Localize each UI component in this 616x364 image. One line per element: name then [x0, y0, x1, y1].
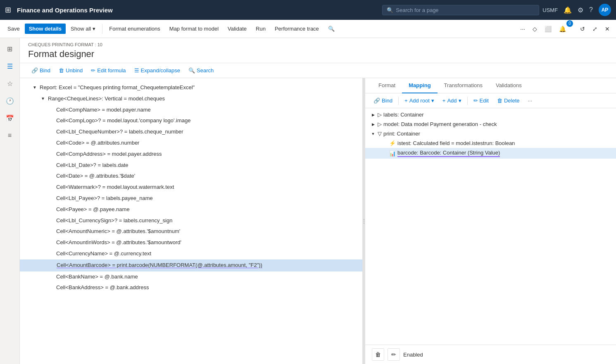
mapping-bind-button[interactable]: 🔗 Bind	[370, 96, 396, 105]
tree-expand-icon	[48, 118, 55, 124]
sidebar-star-icon[interactable]: ☆	[2, 76, 17, 91]
bind-button[interactable]: 🔗 Bind	[28, 66, 54, 75]
show-details-button[interactable]: Show details	[25, 24, 66, 34]
app-grid-icon[interactable]: ⊞	[5, 5, 11, 14]
tree-item[interactable]: Cell<AmountNumeric> = @.attributes.'$amo…	[20, 226, 362, 237]
map-tree-item-selected[interactable]: 📊 barcode: Barcode: Container (String Va…	[365, 148, 616, 159]
tab-validations[interactable]: Validations	[489, 78, 528, 93]
tree-item[interactable]: Cell<CompName> = model.payer.name	[20, 105, 362, 116]
map-tree-item[interactable]: ⚡ istest: Calculated field = model.istes…	[365, 138, 616, 148]
tree-item[interactable]: Cell<CompLogo>? = model.layout.'company …	[20, 115, 362, 126]
global-search-input[interactable]	[396, 7, 535, 13]
tree-item[interactable]: Cell<Code> = @.attributes.number	[20, 138, 362, 149]
mapping-add-root-button[interactable]: + Add root ▾	[401, 96, 438, 105]
validate-button[interactable]: Validate	[224, 24, 251, 34]
mapping-toolbar: 🔗 Bind + Add root ▾ + Add ▾	[365, 93, 616, 108]
tree-item[interactable]: ▼ Report: Excel = "Cheques printing form…	[20, 82, 362, 93]
tree-item-label: Cell<CompLogo>? = model.layout.'company …	[56, 117, 190, 125]
footer-delete-button[interactable]: 🗑	[372, 348, 384, 361]
page-header: CHEQUES PRINTING FORMAT : 10 Format desi…	[20, 38, 616, 63]
unbind-icon: 🗑	[59, 67, 64, 74]
help-icon[interactable]: ?	[589, 6, 593, 14]
tree-item[interactable]: Cell<CompAddress> = model.payer.address	[20, 149, 362, 160]
tree-item[interactable]: Cell<Date> = @.attributes.'$date'	[20, 171, 362, 182]
bind-icon: 🔗	[31, 67, 38, 74]
tree-item[interactable]: Cell<Lbl_CurrencySign>? = labels.currenc…	[20, 215, 362, 226]
mapping-add-button[interactable]: + Add ▾	[439, 96, 465, 105]
tab-transformations[interactable]: Transformations	[438, 78, 489, 93]
mapping-more-button[interactable]: ···	[525, 96, 536, 105]
global-search-bar[interactable]: 🔍	[382, 5, 539, 15]
delete-icon: 🗑	[497, 98, 502, 104]
map-expand-icon[interactable]: ▶	[370, 112, 376, 118]
sidebar-list-icon[interactable]: ≡	[2, 128, 17, 143]
tree-expand-icon	[48, 206, 55, 213]
map-tree-item[interactable]: ▶ ▷ model: Data model Payment generation…	[365, 119, 616, 129]
add-icon: +	[442, 98, 446, 104]
tree-item[interactable]: Cell<Watermark>? = model.layout.watermar…	[20, 182, 362, 193]
settings-icon[interactable]: ⚙	[578, 6, 583, 14]
footer-edit-button[interactable]: ✏	[388, 348, 400, 361]
container-icon: ▷	[378, 112, 382, 118]
notification-icon[interactable]: 🔔	[564, 6, 572, 14]
map-expand-icon[interactable]: ▶	[370, 121, 376, 127]
plus-icon: +	[404, 98, 408, 104]
tab-format[interactable]: Format	[372, 78, 402, 93]
breadcrumb: CHEQUES PRINTING FORMAT : 10	[28, 42, 608, 47]
page-title: Format designer	[28, 49, 608, 59]
tree-expand-icon	[48, 217, 55, 224]
user-region-label: USMF	[542, 7, 558, 13]
unbind-button[interactable]: 🗑 Unbind	[55, 66, 86, 75]
save-button[interactable]: Save	[3, 24, 24, 34]
tree-item-label: Cell<CompName> = model.payer.name	[56, 106, 151, 114]
sidebar-calendar-icon[interactable]: 📅	[2, 111, 17, 126]
mapping-edit-button[interactable]: ✏ Edit	[470, 96, 492, 105]
tree-item[interactable]: Cell<Lbl_Payee>? = labels.payee_name	[20, 193, 362, 204]
map-expand-icon[interactable]: ▼	[370, 131, 376, 137]
search-command-button[interactable]: 🔍	[324, 24, 339, 34]
sidebar-clock-icon[interactable]: 🕐	[2, 93, 17, 108]
map-tree-item[interactable]: ▼ ▽ print: Container	[365, 129, 616, 138]
tree-item-selected[interactable]: Cell<AmountBarcode> = print.barcode(NUMB…	[20, 259, 362, 271]
format-enumerations-button[interactable]: Format enumerations	[105, 24, 164, 34]
mapping-delete-button[interactable]: 🗑 Delete	[494, 96, 523, 105]
performance-trace-button[interactable]: Performance trace	[271, 24, 323, 34]
search-icon: 🔍	[387, 7, 393, 13]
tree-item[interactable]: Cell<Lbl_Date>? = labels.date	[20, 160, 362, 171]
search-toolbar-button[interactable]: 🔍 Search	[185, 66, 217, 75]
sidebar-filter-icon[interactable]: ☰	[2, 59, 17, 74]
diamond-icon-button[interactable]: ◇	[530, 24, 540, 34]
mapping-toolbar-sep	[398, 97, 399, 105]
map-expand-icon	[382, 150, 388, 156]
tree-item[interactable]: Cell<AmountInWords> = @.attributes.'$amo…	[20, 237, 362, 248]
split-view-button[interactable]: ⬜	[542, 24, 554, 34]
edit-icon: ✏	[473, 98, 478, 104]
tree-item[interactable]: Cell<CurrencyName> = @.currency.text	[20, 248, 362, 259]
refresh-button[interactable]: ↺	[577, 24, 588, 34]
tree-expand-icon	[48, 240, 55, 246]
tree-item-label: Cell<AmountBarcode> = print.barcode(NUMB…	[57, 261, 262, 270]
tree-expand-icon	[48, 140, 55, 146]
tree-item[interactable]: Cell<Lbl_ChequeNumber>? = labels.cheque_…	[20, 126, 362, 138]
add-root-chevron-icon: ▾	[431, 98, 434, 104]
tree-item[interactable]: ▼ Range<ChequeLines>: Vertical = model.c…	[20, 93, 362, 105]
tree-item[interactable]: Cell<BankName> = @.bank.name	[20, 271, 362, 283]
run-button[interactable]: Run	[252, 24, 270, 34]
edit-formula-button[interactable]: ✏ Edit formula	[88, 66, 129, 75]
tab-mapping[interactable]: Mapping	[402, 78, 437, 93]
avatar[interactable]: AP	[599, 4, 611, 16]
show-all-button[interactable]: Show all ▾	[67, 24, 100, 34]
tree-expand-icon[interactable]: ▼	[40, 95, 46, 102]
tree-expand-icon[interactable]: ▼	[31, 84, 38, 91]
barcode-icon: 📊	[389, 150, 396, 157]
expand-collapse-button[interactable]: ☰ Expand/collapse	[131, 66, 183, 75]
more-options-button[interactable]: ···	[517, 24, 528, 34]
map-format-button[interactable]: Map format to model	[165, 24, 223, 34]
tree-expand-icon	[48, 173, 55, 180]
tree-item[interactable]: Cell<Payee> = @.payee.name	[20, 204, 362, 215]
close-button[interactable]: ✕	[602, 24, 613, 34]
sidebar-home-icon[interactable]: ⊞	[2, 41, 17, 56]
map-tree-item[interactable]: ▶ ▷ labels: Container	[365, 110, 616, 119]
expand-button[interactable]: ⤢	[590, 24, 600, 34]
tree-item[interactable]: Cell<BankAddress> = @.bank.address	[20, 282, 362, 293]
